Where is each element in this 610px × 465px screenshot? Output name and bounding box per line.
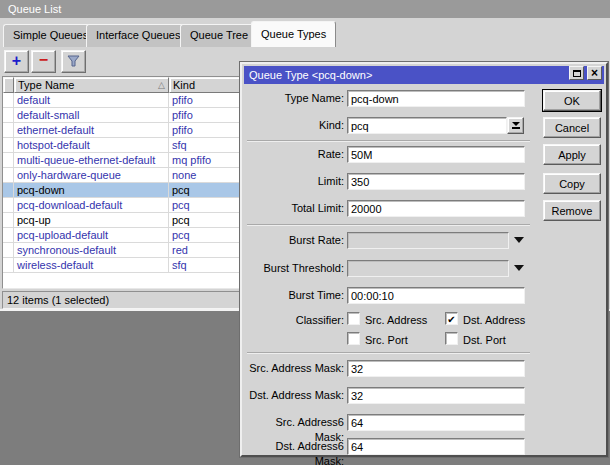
dst-address-checkbox[interactable] <box>445 312 458 325</box>
row-flag-cell <box>3 213 14 227</box>
row-type-name: default-small <box>14 108 169 122</box>
limit-input[interactable] <box>347 173 525 190</box>
src-address6-mask-input[interactable] <box>347 414 525 431</box>
filter-button[interactable] <box>61 50 86 73</box>
sort-ascending-icon: △ <box>158 81 165 90</box>
src-address-checkbox-label: Src. Address <box>365 313 427 327</box>
total-limit-input[interactable] <box>347 200 525 217</box>
copy-button[interactable]: Copy <box>543 173 601 194</box>
burst-threshold-input[interactable] <box>347 260 509 277</box>
burst-rate-label: Burst Rate: <box>246 233 344 248</box>
kind-label: Kind: <box>246 118 344 133</box>
row-flag-cell <box>3 258 14 272</box>
tab-simple-queues[interactable]: Simple Queues <box>3 24 98 47</box>
dst-address-checkbox-label: Dst. Address <box>463 313 525 327</box>
row-type-name: wireless-default <box>14 258 169 272</box>
funnel-icon <box>67 55 80 68</box>
header-type-name[interactable]: Type Name △ <box>14 77 169 93</box>
row-flag-cell <box>3 138 14 152</box>
cancel-button[interactable]: Cancel <box>543 117 601 138</box>
dst-port-checkbox[interactable] <box>445 332 458 345</box>
separator <box>247 352 530 354</box>
close-button[interactable]: × <box>587 66 602 80</box>
maximize-button[interactable] <box>569 66 584 80</box>
src-address-mask-label: Src. Address Mask: <box>246 361 344 376</box>
src-port-checkbox-label: Src. Port <box>365 333 408 347</box>
header-flag-column[interactable] <box>3 77 14 93</box>
dialog-title: Queue Type <pcq-down> <box>249 69 372 81</box>
remove-button[interactable]: − <box>31 50 56 73</box>
plus-icon: + <box>12 53 21 69</box>
rate-input[interactable] <box>347 146 525 163</box>
queue-type-dialog: Queue Type <pcq-down> × Type Name: Kind:… <box>240 62 608 457</box>
kind-dropdown-button[interactable] <box>507 117 524 134</box>
tab-bar: Simple Queues Interface Queues Queue Tre… <box>0 20 610 47</box>
row-type-name: ethernet-default <box>14 123 169 137</box>
row-type-name: hotspot-default <box>14 138 169 152</box>
status-text: 12 items (1 selected) <box>7 294 109 306</box>
tab-queue-types[interactable]: Queue Types <box>251 21 336 47</box>
dst-address6-mask-label: Dst. Address6 Mask: <box>246 439 344 465</box>
dst-address6-mask-input[interactable] <box>347 438 525 455</box>
tab-interface-queues[interactable]: Interface Queues <box>86 24 190 47</box>
type-name-input[interactable] <box>347 90 525 107</box>
burst-threshold-dropdown-icon[interactable] <box>514 265 524 271</box>
burst-threshold-label: Burst Threshold: <box>246 261 344 276</box>
burst-time-input[interactable] <box>347 287 525 304</box>
minus-icon: − <box>39 52 48 68</box>
separator <box>247 140 530 142</box>
row-flag-cell <box>3 168 14 182</box>
dropdown-arrow-icon <box>512 122 520 126</box>
rate-label: Rate: <box>246 147 344 162</box>
row-flag-cell <box>3 123 14 137</box>
row-flag-cell <box>3 108 14 122</box>
winbox-workspace: Queue List Simple Queues Interface Queue… <box>0 0 610 465</box>
row-flag-cell <box>3 93 14 107</box>
queue-list-titlebar: Queue List <box>0 0 610 18</box>
dst-port-checkbox-label: Dst. Port <box>463 333 506 347</box>
dst-address-mask-input[interactable] <box>347 387 525 404</box>
tab-queue-tree[interactable]: Queue Tree <box>180 24 258 47</box>
dialog-titlebar: Queue Type <pcq-down> <box>244 66 604 84</box>
row-type-name: pcq-upload-default <box>14 228 169 242</box>
total-limit-label: Total Limit: <box>246 201 344 216</box>
row-type-name: only-hardware-queue <box>14 168 169 182</box>
close-icon: × <box>591 68 598 78</box>
ok-button[interactable]: OK <box>543 90 601 111</box>
burst-rate-input[interactable] <box>347 232 509 249</box>
row-type-name: multi-queue-ethernet-default <box>14 153 169 167</box>
row-flag-cell <box>3 153 14 167</box>
maximize-icon <box>573 70 581 77</box>
limit-label: Limit: <box>246 174 344 189</box>
row-type-name: default <box>14 93 169 107</box>
burst-rate-dropdown-icon[interactable] <box>514 237 524 243</box>
remove-button[interactable]: Remove <box>543 200 601 221</box>
separator <box>247 224 530 226</box>
type-name-label: Type Name: <box>246 91 344 106</box>
row-type-name: pcq-down <box>14 183 169 197</box>
add-button[interactable]: + <box>4 50 29 73</box>
row-flag-cell <box>3 183 14 197</box>
row-type-name: synchronous-default <box>14 243 169 257</box>
dst-address-mask-label: Dst. Address Mask: <box>246 388 344 403</box>
apply-button[interactable]: Apply <box>543 144 601 165</box>
queue-list-title: Queue List <box>8 3 61 15</box>
src-address-mask-input[interactable] <box>347 360 525 377</box>
src-address-checkbox[interactable] <box>347 312 360 325</box>
row-flag-cell <box>3 243 14 257</box>
row-type-name: pcq-up <box>14 213 169 227</box>
classifier-label: Classifier: <box>246 313 344 328</box>
kind-input[interactable] <box>347 117 507 134</box>
src-port-checkbox[interactable] <box>347 332 360 345</box>
row-type-name: pcq-download-default <box>14 198 169 212</box>
row-flag-cell <box>3 198 14 212</box>
burst-time-label: Burst Time: <box>246 288 344 303</box>
row-flag-cell <box>3 228 14 242</box>
